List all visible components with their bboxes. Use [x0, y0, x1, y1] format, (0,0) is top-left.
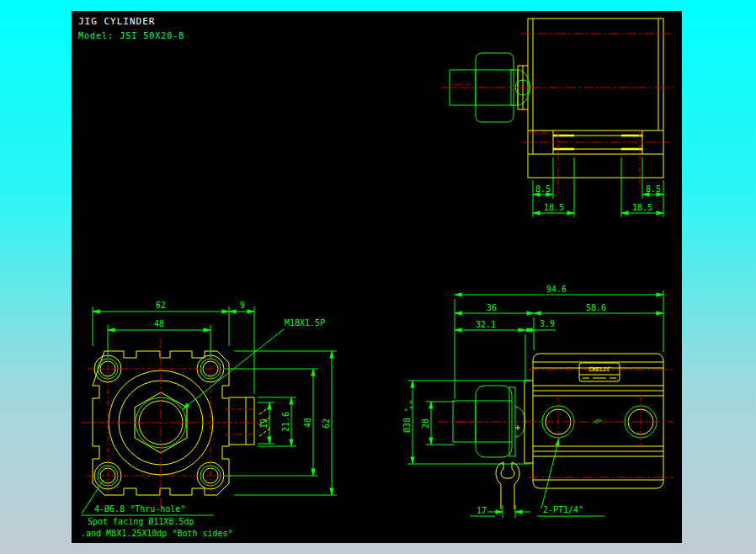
cad-drawing-canvas: JIG CYLINDER Model: JSI 50X20-B: [0, 0, 756, 554]
dim-right-offset: 8.5: [646, 184, 661, 194]
dim-front-height: 62: [322, 418, 331, 429]
dim-front-width: 62: [156, 301, 166, 310]
note-tap: .and M8X1.25X10dp °Both sides°: [81, 529, 233, 538]
drawing-sheet: [72, 11, 682, 543]
dim-side-plate: 3.9: [540, 319, 555, 328]
drawing-model: Model: JSI 50X20-B: [78, 31, 184, 40]
thread-callout-label: M18X1.5P: [285, 318, 325, 328]
dim-side-sub: 32.1: [476, 320, 496, 329]
dim-left-pitch: 18.5: [544, 203, 564, 212]
desktop-background: JIG CYLINDER Model: JSI 50X20-B: [0, 0, 756, 554]
dim-left-offset: 8.5: [535, 184, 551, 194]
dim-right-pitch: 18.5: [632, 203, 652, 212]
dim-front-boss: 9: [240, 301, 245, 310]
note-thru-hole: 4-Ø6.8 °Thru-hole°: [94, 504, 185, 514]
top-view-slot-note: M6X1.0dp: [530, 131, 549, 136]
dim-side-body: 58.6: [586, 303, 606, 312]
dim-side-total: 94.6: [546, 285, 567, 294]
dim-rod-tol-lo: -0.05: [409, 399, 413, 411]
dim-rod-diameter: Ø38: [402, 418, 412, 433]
dim-rod-tol-hi: 0: [404, 408, 408, 411]
dim-front-boss-h: 21.6: [281, 412, 290, 432]
top-view-rod-thread-note: M18X1.5P: [452, 83, 471, 87]
port-size-label: 2-PT1/4": [543, 505, 583, 514]
note-spot-facing: Spot facing Ø11X8.5dp: [88, 517, 194, 526]
dim-front-bolt-pitch-v: 48: [303, 418, 312, 428]
dim-side-front: 36: [487, 303, 497, 312]
dim-nut-width: 20: [421, 418, 430, 429]
drawing-title: JIG CYLINDER: [78, 16, 155, 27]
dim-front-port: 19: [259, 418, 269, 429]
dim-wrench-flats: 17: [476, 506, 487, 515]
dim-front-bolt-pitch-h: 48: [154, 319, 164, 328]
